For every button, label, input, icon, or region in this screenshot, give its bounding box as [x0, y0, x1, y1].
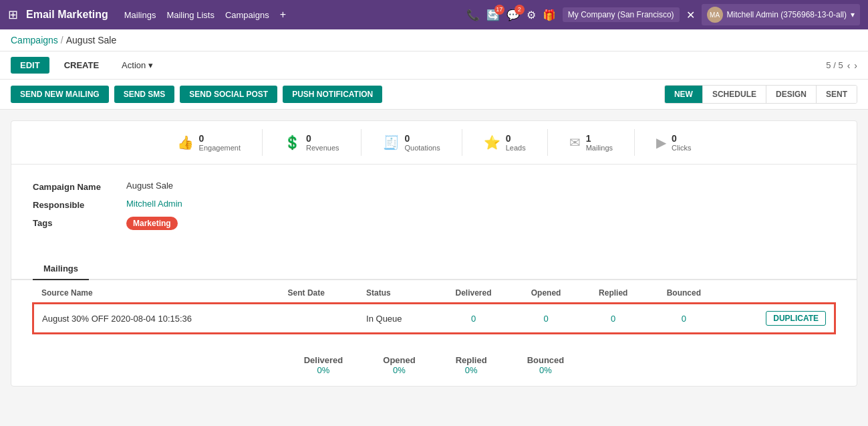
form-section: Campaign Name August Sale Responsible Mi… — [11, 165, 857, 253]
breadcrumb-current: August Sale — [66, 35, 117, 45]
campaign-card: 👍 0 Engagement 💲 0 Revenues 🧾 0 Quotatio… — [11, 120, 857, 387]
settings-icon[interactable]: ⚙ — [527, 9, 536, 21]
mailings-tab[interactable]: Mailings — [33, 258, 89, 280]
push-notification-button[interactable]: PUSH NOTIFICATION — [283, 86, 382, 103]
footer-opened-label: Opened — [383, 355, 415, 365]
action-button[interactable]: Action ▾ — [114, 57, 161, 74]
row-status: In Queue — [358, 304, 435, 333]
pagination-count: 5 / 5 — [826, 60, 843, 70]
tab-bar: Mailings — [11, 258, 857, 280]
col-status: Status — [358, 283, 435, 304]
main-content: 👍 0 Engagement 💲 0 Revenues 🧾 0 Quotatio… — [0, 110, 868, 397]
nav-links: Mailings Mailing Lists Campaigns + — [124, 9, 466, 21]
row-source-name: August 30% OFF 2020-08-04 10:15:36 — [33, 304, 280, 333]
action-dropdown-icon: ▾ — [148, 60, 153, 70]
mailings-number: 1 — [586, 133, 591, 144]
activity-badge: 17 — [494, 5, 504, 15]
stats-row: 👍 0 Engagement 💲 0 Revenues 🧾 0 Quotatio… — [11, 121, 857, 165]
nav-mailing-lists[interactable]: Mailing Lists — [166, 10, 214, 20]
engagement-icon: 👍 — [177, 134, 194, 150]
footer-replied-label: Replied — [456, 355, 487, 365]
revenues-label: Revenues — [306, 144, 339, 152]
opened-value[interactable]: 0 — [543, 314, 548, 324]
stat-engagement[interactable]: 👍 0 Engagement — [156, 129, 263, 156]
top-nav: ⊞ Email Marketing Mailings Mailing Lists… — [0, 0, 868, 29]
leads-number: 0 — [506, 133, 511, 144]
footer-stat-delivered: Delivered 0% — [304, 355, 343, 375]
edit-button[interactable]: EDIT — [11, 57, 49, 74]
stat-mailings[interactable]: ✉ 1 Mailings — [548, 129, 635, 156]
col-action — [721, 283, 835, 304]
table-row[interactable]: August 30% OFF 2020-08-04 10:15:36 In Qu… — [33, 304, 835, 333]
activity-icon[interactable]: 🔄 17 — [486, 9, 500, 21]
campaign-name-label: Campaign Name — [33, 181, 126, 192]
bounced-value[interactable]: 0 — [682, 314, 686, 324]
phone-icon[interactable]: 📞 — [466, 9, 480, 21]
table-container: Source Name Sent Date Status Delivered O… — [11, 283, 857, 339]
col-bounced: Bounced — [647, 283, 722, 304]
company-selector[interactable]: My Company (San Francisco) — [563, 7, 680, 22]
user-name: Mitchell Admin (3756968-13-0-all) — [727, 10, 847, 19]
row-duplicate-cell: DUPLICATE — [721, 304, 835, 333]
send-sms-button[interactable]: SEND SMS — [114, 86, 175, 103]
user-menu-button[interactable]: MA Mitchell Admin (3756968-13-0-all) ▾ — [702, 4, 860, 25]
toolbar: EDIT CREATE Action ▾ 5 / 5 ‹ › — [0, 51, 868, 80]
create-button[interactable]: CREATE — [55, 57, 108, 74]
campaign-name-row: Campaign Name August Sale — [33, 181, 835, 192]
clicks-icon: ▶ — [656, 134, 666, 150]
tab-sent[interactable]: SENT — [817, 86, 857, 103]
tab-new[interactable]: NEW — [665, 86, 703, 103]
tag-badge[interactable]: Marketing — [126, 217, 178, 230]
leads-label: Leads — [506, 144, 526, 152]
mailings-table: Source Name Sent Date Status Delivered O… — [33, 283, 835, 334]
revenues-icon: 💲 — [284, 134, 301, 150]
delivered-value[interactable]: 0 — [471, 314, 476, 324]
row-replied: 0 — [580, 304, 647, 333]
stat-leads[interactable]: ⭐ 0 Leads — [462, 129, 548, 156]
tags-row: Tags Marketing — [33, 217, 835, 230]
col-opened: Opened — [512, 283, 580, 304]
replied-value[interactable]: 0 — [611, 314, 615, 324]
stat-clicks[interactable]: ▶ 0 Clicks — [635, 129, 712, 156]
footer-replied-value: 0% — [456, 365, 487, 375]
leads-icon: ⭐ — [484, 134, 500, 150]
app-grid-icon[interactable]: ⊞ — [8, 7, 18, 22]
nav-add-icon[interactable]: + — [280, 9, 286, 21]
tab-design[interactable]: DESIGN — [766, 86, 817, 103]
send-new-mailing-button[interactable]: SEND NEW MAILING — [11, 86, 109, 103]
footer-opened-value: 0% — [383, 365, 415, 375]
nav-mailings[interactable]: Mailings — [124, 10, 156, 20]
footer-bounced-value: 0% — [527, 365, 565, 375]
stat-quotations[interactable]: 🧾 0 Quotations — [361, 129, 462, 156]
tab-schedule[interactable]: SCHEDULE — [703, 86, 766, 103]
footer-delivered-value: 0% — [304, 365, 343, 375]
table-header-row: Source Name Sent Date Status Delivered O… — [33, 283, 835, 304]
chat-badge: 2 — [515, 5, 525, 15]
footer-delivered-label: Delivered — [304, 355, 343, 365]
clicks-number: 0 — [672, 133, 677, 144]
prev-page-button[interactable]: ‹ — [847, 60, 851, 71]
breadcrumb: Campaigns / August Sale — [0, 29, 868, 51]
quotations-icon: 🧾 — [383, 134, 400, 150]
row-opened: 0 — [512, 304, 580, 333]
stat-revenues[interactable]: 💲 0 Revenues — [263, 129, 361, 156]
action-bar: SEND NEW MAILING SEND SMS SEND SOCIAL PO… — [0, 80, 868, 110]
app-title: Email Marketing — [26, 9, 108, 21]
footer-stat-bounced: Bounced 0% — [527, 355, 565, 375]
col-delivered: Delivered — [435, 283, 512, 304]
close-company-icon[interactable]: ✕ — [686, 9, 695, 21]
chat-icon[interactable]: 💬 2 — [507, 9, 520, 21]
nav-campaigns[interactable]: Campaigns — [225, 10, 269, 20]
view-tabs: NEW SCHEDULE DESIGN SENT — [664, 85, 857, 104]
send-social-post-button[interactable]: SEND SOCIAL POST — [180, 86, 277, 103]
next-page-button[interactable]: › — [854, 60, 857, 71]
breadcrumb-parent[interactable]: Campaigns — [11, 35, 58, 45]
quotations-number: 0 — [405, 133, 410, 144]
responsible-value[interactable]: Mitchell Admin — [126, 199, 182, 209]
duplicate-button[interactable]: DUPLICATE — [766, 311, 826, 326]
mailings-label: Mailings — [586, 144, 613, 152]
breadcrumb-separator: / — [61, 35, 63, 45]
quotations-label: Quotations — [405, 144, 440, 152]
gift-icon[interactable]: 🎁 — [543, 9, 556, 21]
col-replied: Replied — [580, 283, 647, 304]
